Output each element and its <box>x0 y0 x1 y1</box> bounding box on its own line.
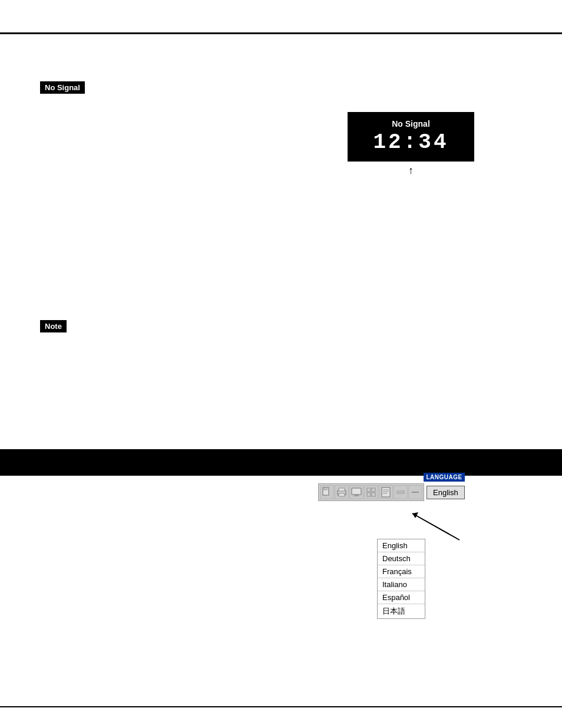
page-icon[interactable] <box>320 485 334 499</box>
no-signal-display: No Signal 12:34 ↑ <box>348 112 474 177</box>
svg-rect-3 <box>339 488 345 491</box>
language-label: LANGUAGE <box>424 473 464 482</box>
svg-rect-10 <box>367 493 371 496</box>
svg-rect-16 <box>397 491 404 493</box>
language-option-espanol[interactable]: Español <box>378 591 425 604</box>
language-option-japanese[interactable]: 日本語 <box>378 604 425 618</box>
svg-rect-5 <box>352 488 361 495</box>
svg-line-18 <box>412 513 459 540</box>
language-section: LANGUAGE <box>318 483 465 505</box>
monitor-icon[interactable] <box>349 485 363 499</box>
language-option-francais[interactable]: Français <box>378 565 425 578</box>
printer-icon[interactable] <box>335 485 349 499</box>
document-icon[interactable] <box>379 485 393 499</box>
top-border <box>0 32 562 34</box>
dash-icon[interactable] <box>408 485 422 499</box>
no-signal-box: No Signal 12:34 <box>348 112 474 162</box>
bottom-border <box>0 706 562 707</box>
svg-rect-12 <box>382 487 390 497</box>
no-signal-time: 12:34 <box>357 132 465 153</box>
section2-label: Note <box>40 320 67 332</box>
blank-icon[interactable] <box>394 485 408 499</box>
grid-icon[interactable] <box>364 485 378 499</box>
section1-label: No Signal <box>40 81 85 94</box>
toolbar-icons <box>318 483 424 501</box>
no-signal-title: No Signal <box>357 119 465 129</box>
language-option-deutsch[interactable]: Deutsch <box>378 552 425 565</box>
language-dropdown: English Deutsch Français Italiano Españo… <box>377 539 425 619</box>
svg-rect-4 <box>339 493 345 496</box>
svg-rect-8 <box>367 488 371 492</box>
svg-rect-11 <box>372 493 375 496</box>
english-button[interactable]: English <box>427 486 465 499</box>
language-option-italiano[interactable]: Italiano <box>378 578 425 591</box>
black-banner <box>0 449 562 476</box>
arrow-up-indicator: ↑ <box>348 164 474 177</box>
svg-rect-9 <box>372 488 375 492</box>
dropdown-pointer-arrow <box>406 508 465 545</box>
svg-rect-1 <box>324 487 327 490</box>
svg-marker-19 <box>412 512 418 518</box>
